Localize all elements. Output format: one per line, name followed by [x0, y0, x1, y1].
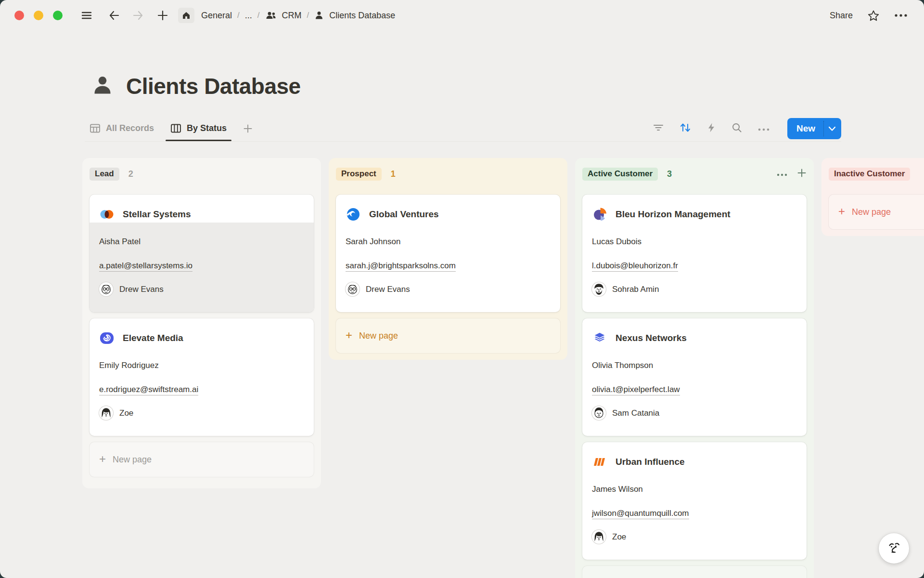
chevron-down-icon[interactable]	[824, 118, 841, 139]
add-view-icon[interactable]	[243, 116, 253, 141]
breadcrumb-separator: /	[307, 11, 309, 20]
sort-icon[interactable]	[680, 122, 691, 135]
new-record-button[interactable]: New	[787, 118, 841, 139]
email-link[interactable]: l.dubois@bleuhorizon.fr	[582, 261, 807, 271]
card-title: Global Ventures	[369, 209, 439, 220]
sohrab-avatar	[592, 282, 606, 296]
zoom-window-button[interactable]	[53, 11, 63, 20]
column-add-icon[interactable]	[797, 168, 807, 180]
search-icon[interactable]	[732, 122, 742, 135]
new-record-label[interactable]: New	[787, 118, 823, 139]
back-icon[interactable]	[108, 10, 120, 21]
card-urban-influence[interactable]: Urban Influence James Wilson jwilson@qua…	[582, 442, 807, 560]
minimize-window-button[interactable]	[34, 11, 43, 20]
owner-row: Drew Evans	[336, 282, 560, 296]
column-count: 2	[128, 169, 133, 179]
close-window-button[interactable]	[14, 11, 24, 20]
drew-avatar	[346, 282, 359, 296]
venn-circles-icon	[99, 207, 115, 222]
breadcrumb-general[interactable]: General	[201, 11, 232, 21]
status-badge-lead[interactable]: Lead	[90, 168, 119, 181]
column-more-icon[interactable]	[777, 170, 787, 178]
new-page-button-active[interactable]	[582, 566, 807, 578]
new-page-button-inactive[interactable]: + New page	[829, 195, 924, 229]
sam-avatar	[592, 406, 606, 420]
tab-label: By Status	[187, 123, 227, 133]
tabs-divider	[85, 141, 841, 142]
window-titlebar: General / ... / CRM / Clients Database S…	[0, 0, 924, 31]
view-toolbar: All Records By Status	[0, 116, 924, 142]
new-tab-icon[interactable]	[157, 10, 168, 21]
new-page-label: New page	[113, 455, 152, 465]
home-icon[interactable]	[178, 8, 194, 23]
card-bleu-horizon-management[interactable]: Bleu Horizon Management Lucas Dubois l.d…	[582, 195, 807, 312]
breadcrumb-separator: /	[237, 11, 240, 20]
card-title: Bleu Horizon Management	[616, 209, 731, 220]
status-badge-inactive-customer[interactable]: Inactive Customer	[829, 168, 910, 181]
plus-icon: +	[99, 453, 106, 465]
traffic-lights	[14, 11, 63, 20]
layers-icon	[592, 331, 607, 345]
new-page-button-prospect[interactable]: + New page	[336, 318, 560, 353]
tab-all-records[interactable]: All Records	[90, 116, 154, 141]
new-page-label: New page	[852, 207, 891, 217]
card-title: Urban Influence	[616, 457, 685, 467]
filter-icon[interactable]	[653, 124, 664, 133]
stripes-icon	[592, 455, 607, 469]
email-link[interactable]: a.patel@stellarsystems.io	[90, 261, 314, 271]
contact-name: James Wilson	[582, 485, 807, 494]
page-header: Clients Database	[0, 31, 924, 99]
app-window: General / ... / CRM / Clients Database S…	[0, 0, 924, 578]
email-link[interactable]: e.rodriguez@swiftstream.ai	[90, 385, 314, 394]
share-button[interactable]: Share	[830, 11, 853, 21]
status-badge-prospect[interactable]: Prospect	[336, 168, 382, 181]
column-lead: Lead 2 Stellar Systems Aisha Patel a	[82, 158, 321, 488]
breadcrumb: General / ... / CRM / Clients Database	[201, 11, 395, 21]
page-title: Clients Database	[126, 73, 301, 99]
card-global-ventures[interactable]: Global Ventures Sarah Johnson sarah.j@br…	[336, 195, 560, 312]
forward-icon[interactable]	[132, 10, 144, 21]
breadcrumb-ellipsis[interactable]: ...	[245, 11, 252, 21]
favorite-star-icon[interactable]	[867, 10, 880, 22]
tab-by-status[interactable]: By Status	[170, 116, 227, 141]
column-inactive-customer: Inactive Customer + New page	[821, 158, 924, 236]
owner-name: Sam Catania	[612, 408, 659, 418]
owner-name: Sohrab Amin	[612, 285, 659, 294]
status-badge-active-customer[interactable]: Active Customer	[582, 168, 658, 181]
contact-name: Olivia Thompson	[582, 361, 807, 370]
owner-row: Sohrab Amin	[582, 282, 807, 296]
notion-ai-face-button[interactable]	[879, 533, 909, 564]
owner-row: Zoe	[582, 530, 807, 544]
automation-bolt-icon[interactable]	[707, 122, 716, 135]
contact-name: Aisha Patel	[90, 237, 314, 247]
card-nexus-networks[interactable]: Nexus Networks Olivia Thompson olivia.t@…	[582, 318, 807, 436]
donut-swirl-icon	[346, 207, 361, 222]
email-link[interactable]: olivia.t@pixelperfect.law	[582, 385, 807, 394]
column-active-customer: Active Customer 3	[575, 158, 814, 578]
owner-row: Zoe	[90, 406, 314, 420]
notion-face-icon	[886, 540, 902, 557]
contact-name: Sarah Johnson	[336, 237, 560, 247]
owner-row: Drew Evans	[90, 282, 314, 296]
email-link[interactable]: sarah.j@brightsparksolns.com	[336, 261, 560, 271]
new-page-button-lead[interactable]: + New page	[90, 442, 314, 477]
column-count: 3	[667, 169, 672, 179]
owner-name: Zoe	[612, 532, 626, 542]
tab-label: All Records	[106, 123, 154, 133]
drew-avatar	[99, 282, 113, 296]
email-link[interactable]: jwilson@quantumquill.com	[582, 509, 807, 518]
owner-name: Drew Evans	[119, 285, 164, 294]
zoe-avatar	[99, 406, 113, 420]
owner-row: Sam Catania	[582, 406, 807, 420]
card-title: Nexus Networks	[616, 333, 687, 343]
card-title: Stellar Systems	[123, 209, 191, 220]
column-count: 1	[391, 169, 396, 179]
breadcrumb-crm[interactable]: CRM	[282, 11, 302, 21]
card-stellar-systems[interactable]: Stellar Systems Aisha Patel a.patel@stel…	[90, 195, 314, 312]
view-more-icon[interactable]	[758, 124, 770, 133]
card-elevate-media[interactable]: Elevate Media Emily Rodriguez e.rodrigue…	[90, 318, 314, 436]
sidebar-menu-icon[interactable]	[81, 10, 92, 21]
card-title: Elevate Media	[123, 333, 183, 343]
breadcrumb-page[interactable]: Clients Database	[329, 11, 395, 21]
more-options-icon[interactable]	[894, 13, 908, 17]
